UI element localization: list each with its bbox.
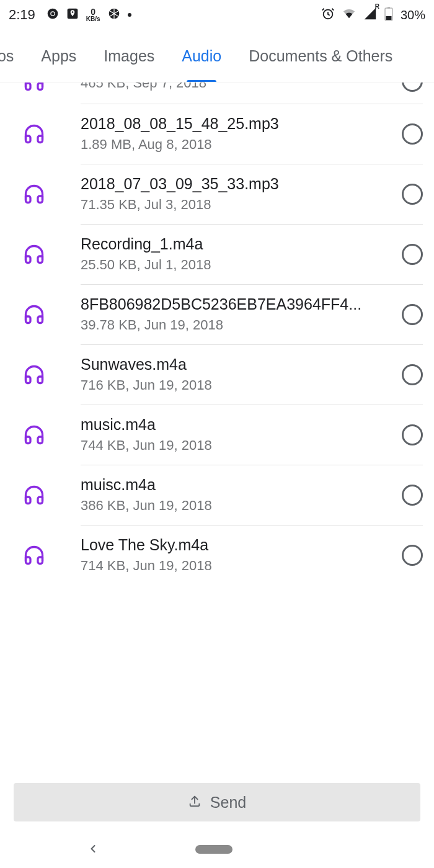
file-meta: 39.78 KB, Jun 19, 2018 — [81, 317, 393, 333]
send-label: Send — [210, 794, 246, 812]
file-name: Recording_1.m4a — [81, 235, 393, 253]
tab-label: Audio — [182, 47, 221, 65]
select-radio[interactable] — [402, 485, 423, 506]
headphones-icon — [19, 364, 50, 386]
select-radio[interactable] — [402, 184, 423, 205]
file-text: music.m4a 744 KB, Jun 19, 2018 — [81, 416, 393, 454]
headphones-icon — [19, 83, 50, 92]
file-meta: 25.50 KB, Jul 1, 2018 — [81, 257, 393, 273]
select-radio[interactable] — [402, 424, 423, 445]
file-name: Love The Sky.m4a — [81, 536, 393, 554]
file-text: Recording_1.m4a 25.50 KB, Jul 1, 2018 — [81, 235, 393, 273]
select-radio[interactable] — [402, 304, 423, 325]
tab-images[interactable]: Images — [90, 30, 168, 82]
send-button[interactable]: Send — [14, 783, 420, 821]
file-name: Sunwaves.m4a — [81, 356, 393, 374]
svg-rect-8 — [388, 7, 390, 9]
svg-point-4 — [71, 11, 73, 13]
tab-eos[interactable]: eos — [0, 30, 27, 82]
list-item[interactable]: 2018_08_08_15_48_25.mp3 1.89 MB, Aug 8, … — [0, 104, 434, 164]
file-name: 2018_08_08_15_48_25.mp3 — [81, 115, 393, 133]
file-name: 2018_07_03_09_35_33.mp3 — [81, 175, 393, 193]
svg-point-2 — [51, 12, 54, 15]
file-meta: 1.89 MB, Aug 8, 2018 — [81, 136, 393, 153]
headphones-icon — [19, 183, 50, 205]
more-dot-icon — [128, 13, 131, 17]
file-meta: 71.35 KB, Jul 3, 2018 — [81, 197, 393, 213]
file-name: 8FB806982D5BC5236EB7EA3964FF4... — [81, 295, 393, 313]
list-item[interactable]: Love The Sky.m4a 714 KB, Jun 19, 2018 — [0, 525, 434, 585]
tab-label: Documents & Others — [249, 47, 392, 65]
file-text: 2018_08_08_15_48_25.mp3 1.89 MB, Aug 8, … — [81, 115, 393, 153]
tab-label: eos — [0, 47, 14, 65]
location-icon — [66, 7, 79, 23]
status-time: 2:19 — [9, 7, 35, 23]
upload-icon — [188, 794, 202, 812]
headphones-icon — [19, 424, 50, 446]
headphones-icon — [19, 123, 50, 145]
list-item[interactable]: 8FB806982D5BC5236EB7EA3964FF4... 39.78 K… — [0, 284, 434, 344]
file-meta: 716 KB, Jun 19, 2018 — [81, 377, 393, 393]
tab-documents-others[interactable]: Documents & Others — [235, 30, 406, 82]
file-text: 465 KB, Sep 7, 2018 — [81, 83, 393, 91]
headphones-icon — [19, 484, 50, 506]
tab-label: Apps — [41, 47, 76, 65]
select-radio[interactable] — [402, 364, 423, 385]
list-item[interactable]: Recording_1.m4a 25.50 KB, Jul 1, 2018 — [0, 224, 434, 284]
file-text: Love The Sky.m4a 714 KB, Jun 19, 2018 — [81, 536, 393, 574]
headphones-icon — [19, 544, 50, 566]
status-right: R 30% — [321, 6, 425, 24]
list-item[interactable]: 465 KB, Sep 7, 2018 — [0, 83, 434, 104]
tab-audio[interactable]: Audio — [168, 30, 235, 82]
svg-rect-9 — [386, 16, 391, 20]
file-meta: 386 KB, Jun 19, 2018 — [81, 498, 393, 514]
cellular-signal-icon: R — [363, 7, 377, 24]
headphones-icon — [19, 303, 50, 326]
list-item[interactable]: 2018_07_03_09_35_33.mp3 71.35 KB, Jul 3,… — [0, 164, 434, 224]
tab-label: Images — [104, 47, 154, 65]
select-radio[interactable] — [402, 83, 423, 92]
tab-apps[interactable]: Apps — [27, 30, 90, 82]
back-button[interactable] — [87, 839, 99, 859]
file-meta: 744 KB, Jun 19, 2018 — [81, 437, 393, 454]
file-text: muisc.m4a 386 KB, Jun 19, 2018 — [81, 476, 393, 514]
category-tabs: eosAppsImagesAudioDocuments & Others — [0, 30, 434, 83]
file-text: 8FB806982D5BC5236EB7EA3964FF4... 39.78 K… — [81, 295, 393, 333]
home-pill[interactable] — [195, 845, 232, 854]
list-item[interactable]: muisc.m4a 386 KB, Jun 19, 2018 — [0, 465, 434, 525]
select-radio[interactable] — [402, 244, 423, 265]
file-name: music.m4a — [81, 416, 393, 434]
battery-percentage: 30% — [401, 8, 425, 22]
status-left: 2:19 0 KB/s — [9, 7, 131, 23]
wifi-icon — [342, 7, 356, 24]
select-radio[interactable] — [402, 545, 423, 566]
status-bar: 2:19 0 KB/s R 30% — [0, 0, 434, 30]
file-text: Sunwaves.m4a 716 KB, Jun 19, 2018 — [81, 356, 393, 393]
system-nav-bar — [0, 831, 434, 868]
file-meta: 714 KB, Jun 19, 2018 — [81, 558, 393, 574]
battery-icon — [384, 6, 393, 24]
aperture-icon — [108, 7, 120, 23]
headphones-icon — [19, 243, 50, 266]
audio-file-list[interactable]: 465 KB, Sep 7, 2018 2018_08_08_15_48_25.… — [0, 83, 434, 781]
select-radio[interactable] — [402, 123, 423, 145]
list-item[interactable]: Sunwaves.m4a 716 KB, Jun 19, 2018 — [0, 344, 434, 405]
chrome-icon — [46, 7, 59, 23]
data-speed-indicator: 0 KB/s — [86, 7, 100, 22]
file-text: 2018_07_03_09_35_33.mp3 71.35 KB, Jul 3,… — [81, 175, 393, 213]
list-item[interactable]: music.m4a 744 KB, Jun 19, 2018 — [0, 405, 434, 465]
alarm-icon — [321, 7, 335, 24]
file-meta: 465 KB, Sep 7, 2018 — [81, 83, 393, 91]
file-name: muisc.m4a — [81, 476, 393, 494]
